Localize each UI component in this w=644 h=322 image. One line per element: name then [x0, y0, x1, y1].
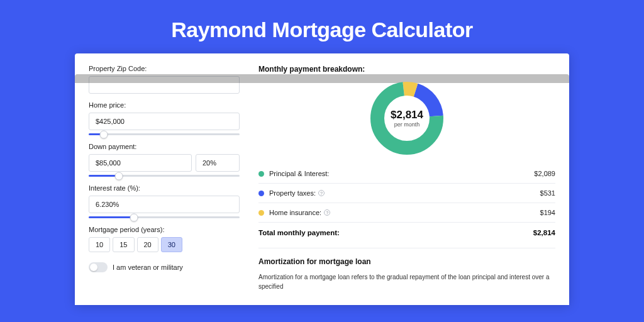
veteran-toggle[interactable]: [89, 262, 108, 272]
interest-label: Interest rate (%):: [89, 184, 240, 192]
period-options: 10152030: [89, 237, 240, 252]
divider: [258, 222, 555, 223]
slider-thumb[interactable]: [130, 213, 138, 221]
interest-input[interactable]: [89, 196, 240, 213]
home-price-slider[interactable]: [89, 133, 240, 135]
total-value: $2,814: [533, 229, 555, 236]
amortization-text: Amortization for a mortgage loan refers …: [258, 272, 555, 291]
page-title: Raymond Mortgage Calculator: [0, 0, 644, 53]
info-icon[interactable]: ?: [318, 190, 325, 196]
toggle-knob: [90, 264, 97, 271]
amortization-section: Amortization for mortgage loan Amortizat…: [258, 248, 555, 291]
legend-dot-icon: [258, 191, 264, 196]
donut-center: $2,814 per month: [370, 81, 444, 155]
period-option-15[interactable]: 15: [113, 237, 134, 252]
legend-value: $531: [540, 189, 555, 197]
breakdown-title: Monthly payment breakdown:: [258, 65, 555, 74]
donut-chart: $2,814 per month: [370, 81, 444, 155]
legend: Principal & Interest:$2,089Property taxe…: [258, 165, 555, 221]
legend-value: $194: [540, 209, 555, 216]
legend-label: Home insurance:?: [269, 209, 540, 216]
legend-dot-icon: [258, 171, 264, 177]
slider-thumb[interactable]: [115, 172, 123, 180]
period-label: Mortgage period (years):: [89, 226, 240, 233]
zip-label: Property Zip Code:: [89, 65, 240, 72]
period-option-30[interactable]: 30: [161, 237, 182, 252]
info-icon[interactable]: ?: [324, 209, 330, 216]
legend-value: $2,089: [534, 170, 555, 177]
legend-label: Property taxes:?: [269, 189, 540, 197]
card-shadow: [75, 74, 569, 83]
down-payment-pct-input[interactable]: [196, 154, 240, 172]
donut-value: $2,814: [391, 109, 423, 121]
divider: [258, 183, 555, 184]
legend-row-taxes: Property taxes:?$531: [258, 185, 555, 201]
form-column: Property Zip Code: Home price: Down paym…: [89, 65, 240, 294]
down-payment-input[interactable]: [89, 154, 192, 172]
veteran-label: I am veteran or military: [113, 264, 183, 271]
breakdown-column: Monthly payment breakdown: $2,814 per mo…: [258, 65, 555, 294]
home-price-label: Home price:: [89, 101, 240, 109]
calculator-card: Property Zip Code: Home price: Down paym…: [75, 53, 569, 305]
period-option-10[interactable]: 10: [89, 237, 110, 252]
legend-label: Principal & Interest:: [269, 170, 534, 177]
total-row: Total monthly payment: $2,814: [258, 224, 555, 242]
home-price-input[interactable]: [89, 113, 240, 130]
divider: [258, 203, 555, 203]
donut-sublabel: per month: [394, 121, 420, 128]
interest-slider[interactable]: [89, 216, 240, 218]
amortization-title: Amortization for mortgage loan: [258, 257, 555, 266]
total-label: Total monthly payment:: [258, 229, 533, 236]
period-option-20[interactable]: 20: [137, 237, 158, 252]
slider-thumb[interactable]: [100, 130, 108, 138]
down-payment-slider[interactable]: [89, 175, 240, 177]
legend-row-insurance: Home insurance:?$194: [258, 204, 555, 221]
legend-row-principal: Principal & Interest:$2,089: [258, 165, 555, 182]
slider-fill: [89, 216, 134, 218]
donut-chart-wrap: $2,814 per month: [258, 81, 555, 155]
down-payment-label: Down payment:: [89, 143, 240, 150]
legend-dot-icon: [258, 210, 264, 216]
